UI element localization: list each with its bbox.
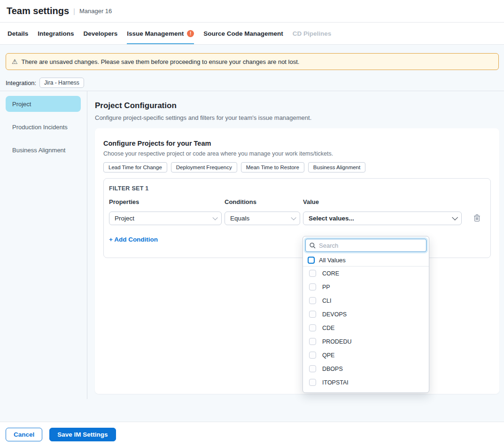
option-checkbox[interactable] bbox=[309, 311, 316, 318]
option-dbops[interactable]: DBOPS bbox=[303, 362, 429, 376]
tab-integrations[interactable]: Integrations bbox=[38, 23, 74, 44]
properties-select[interactable]: Project bbox=[109, 212, 222, 225]
sidebar-item-project[interactable]: Project bbox=[6, 96, 81, 112]
filter-grid: Properties Project Conditions Equals bbox=[109, 198, 483, 225]
tab-bar: Details Integrations Developers Issue Ma… bbox=[0, 23, 504, 45]
warning-icon: ⚠ bbox=[12, 58, 18, 65]
search-icon bbox=[310, 243, 316, 249]
option-list: CORE PP CLI bbox=[303, 267, 429, 393]
option-checkbox[interactable] bbox=[309, 392, 316, 393]
conditions-column-label: Conditions bbox=[225, 198, 300, 205]
tab-developers[interactable]: Developers bbox=[84, 23, 118, 44]
section-title: Project Configuration bbox=[95, 101, 499, 110]
metric-tag: Lead Time for Change bbox=[103, 162, 167, 173]
sidebar-item-production-incidents[interactable]: Production Incidents bbox=[6, 119, 81, 135]
value-dropdown: All Values CORE PP bbox=[302, 236, 429, 393]
metric-tag-list: Lead Time for Change Deployment Frequenc… bbox=[103, 162, 491, 173]
trash-icon bbox=[473, 214, 481, 222]
properties-column-label: Properties bbox=[109, 198, 222, 205]
tab-source-code-management[interactable]: Source Code Management bbox=[203, 23, 283, 44]
option-checkbox[interactable] bbox=[309, 283, 316, 290]
option-checkbox[interactable] bbox=[309, 338, 316, 345]
option-checkbox[interactable] bbox=[309, 324, 316, 331]
content-area: ⚠ There are unsaved changes. Please save… bbox=[0, 45, 504, 422]
conditions-select[interactable]: Equals bbox=[225, 212, 300, 225]
search-input[interactable] bbox=[319, 242, 422, 249]
option-cli[interactable]: CLI bbox=[303, 294, 429, 307]
option-devops[interactable]: DEVOPS bbox=[303, 307, 429, 321]
metric-tag: Mean Time to Restore bbox=[241, 162, 304, 173]
option-checkbox[interactable] bbox=[309, 297, 316, 304]
chevron-down-icon bbox=[212, 215, 217, 220]
integration-chip[interactable]: Jira - Harness bbox=[39, 78, 84, 88]
option-checkbox[interactable] bbox=[309, 365, 316, 372]
filter-set-title: FILTER SET 1 bbox=[109, 185, 483, 192]
option-pipe[interactable]: PIPE bbox=[303, 389, 429, 393]
option-prodedu[interactable]: PRODEDU bbox=[303, 335, 429, 348]
option-checkbox[interactable] bbox=[309, 270, 316, 277]
body-row: Project Production Incidents Business Al… bbox=[0, 91, 504, 399]
cancel-button[interactable]: Cancel bbox=[6, 428, 42, 441]
banner-text: There are unsaved changes. Please save t… bbox=[22, 58, 300, 65]
unsaved-changes-banner: ⚠ There are unsaved changes. Please save… bbox=[6, 53, 499, 70]
option-itopstai[interactable]: ITOPSTAI bbox=[303, 376, 429, 389]
option-checkbox[interactable] bbox=[309, 379, 316, 386]
tab-cd-pipelines: CD Pipelines bbox=[293, 23, 332, 44]
page-header: Team settings | Manager 16 bbox=[0, 0, 504, 23]
all-values-checkbox[interactable] bbox=[308, 257, 315, 264]
option-checkbox[interactable] bbox=[309, 352, 316, 359]
alert-badge-icon: ! bbox=[187, 30, 194, 37]
option-core[interactable]: CORE bbox=[303, 267, 429, 280]
section-subtitle: Configure project-specific settings and … bbox=[95, 114, 499, 121]
value-multiselect[interactable]: Select values... bbox=[303, 212, 462, 225]
main-panel: Project Configuration Configure project-… bbox=[87, 91, 504, 394]
option-pp[interactable]: PP bbox=[303, 280, 429, 294]
option-cde[interactable]: CDE bbox=[303, 321, 429, 335]
footer-bar: Cancel Save IM Settings bbox=[0, 422, 504, 447]
save-im-settings-button[interactable]: Save IM Settings bbox=[49, 428, 116, 441]
value-column-label: Value bbox=[303, 198, 462, 205]
card-title: Configure Projects for your Team bbox=[103, 140, 491, 147]
option-qpe[interactable]: QPE bbox=[303, 348, 429, 362]
tab-issue-management[interactable]: Issue Management ! bbox=[127, 23, 194, 44]
integration-row: Integration: Jira - Harness bbox=[6, 78, 504, 88]
page-title: Team settings bbox=[7, 6, 69, 16]
settings-sidebar: Project Production Incidents Business Al… bbox=[0, 91, 87, 399]
sidebar-item-business-alignment[interactable]: Business Alignment bbox=[6, 142, 81, 158]
search-wrap bbox=[303, 236, 429, 254]
filter-set-1: FILTER SET 1 Properties Project Conditio… bbox=[103, 178, 491, 258]
card-subtitle: Choose your respective project or code a… bbox=[103, 150, 491, 157]
chevron-down-icon bbox=[452, 214, 458, 220]
integration-label: Integration: bbox=[6, 79, 36, 86]
tab-details[interactable]: Details bbox=[8, 23, 28, 44]
delete-condition-button[interactable] bbox=[473, 214, 481, 222]
select-all-option[interactable]: All Values bbox=[303, 254, 429, 267]
title-divider: | bbox=[73, 7, 75, 15]
add-condition-button[interactable]: + Add Condition bbox=[109, 236, 158, 243]
metric-tag: Business Alignment bbox=[308, 162, 365, 173]
metric-tag: Deployment Frequency bbox=[171, 162, 237, 173]
page-subtitle: Manager 16 bbox=[79, 8, 112, 15]
chevron-down-icon bbox=[291, 215, 296, 220]
search-box bbox=[305, 239, 426, 252]
configure-projects-card: Configure Projects for your Team Choose … bbox=[95, 128, 499, 394]
